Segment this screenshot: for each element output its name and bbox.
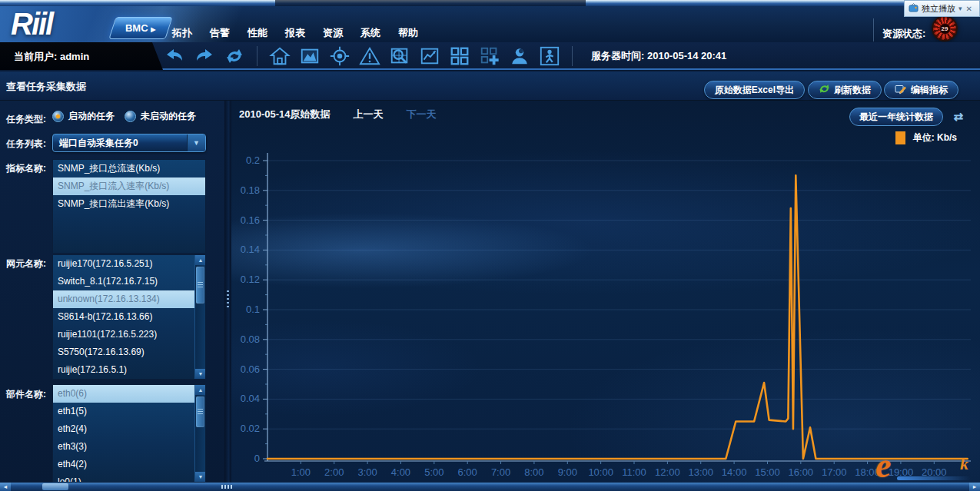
forward-icon[interactable] bbox=[193, 45, 216, 68]
svg-text:13:00: 13:00 bbox=[688, 466, 713, 478]
riil-bmc-window: 独立播放 ▾ ✕ Riil BMC ▶ 拓扑告警性能报表资源系统帮助 资源状态:… bbox=[0, 0, 980, 491]
radio-icon[interactable] bbox=[52, 111, 64, 122]
ne-scrollbar[interactable]: ▲ ▼ bbox=[194, 255, 205, 379]
task-type-radio-group: 启动的任务 未启动的任务 bbox=[52, 110, 196, 123]
network-element-item[interactable]: S8614-b(172.16.13.66) bbox=[53, 308, 194, 326]
exit-walk-icon[interactable] bbox=[538, 45, 561, 68]
bmc-menu-button[interactable]: BMC ▶ bbox=[108, 17, 172, 39]
target-icon[interactable] bbox=[328, 45, 351, 68]
performance-chart-icon[interactable] bbox=[418, 45, 441, 68]
task-type-option[interactable]: 未启动的任务 bbox=[125, 110, 196, 123]
component-list-item[interactable]: lo0(1) bbox=[53, 473, 194, 483]
component-list-item[interactable]: eth2(4) bbox=[53, 420, 194, 438]
svg-text:7:00: 7:00 bbox=[491, 466, 510, 478]
next-day-link[interactable]: 下一天 bbox=[407, 108, 437, 121]
current-user-label: 当前用户: admin bbox=[14, 50, 89, 64]
svg-text:0.08: 0.08 bbox=[241, 333, 260, 345]
metric-list-item[interactable]: SNMP_接口流出速率(Kb/s) bbox=[53, 195, 205, 213]
network-element-item[interactable]: unknown(172.16.13.134) bbox=[53, 290, 194, 308]
chart-title: 2010-05-14原始数据 bbox=[239, 108, 331, 121]
nav-menu-item[interactable]: 帮助 bbox=[398, 26, 418, 40]
scrollbar-thumb[interactable] bbox=[196, 267, 204, 304]
search-topology-icon[interactable] bbox=[388, 45, 411, 68]
scrollbar-thumb[interactable] bbox=[196, 396, 204, 427]
header-divider bbox=[873, 18, 874, 41]
alarm-warning-icon[interactable] bbox=[358, 45, 381, 68]
toolbar-band: 当前用户: admin bbox=[0, 42, 980, 70]
dropdown-arrow-icon[interactable]: ▼ bbox=[187, 134, 205, 151]
network-element-label: 网元名称: bbox=[6, 257, 46, 270]
horizontal-scrollbar[interactable]: ◄ ► bbox=[0, 483, 980, 491]
chevron-down-icon[interactable]: ▾ bbox=[958, 5, 962, 12]
edit-pencil-icon bbox=[895, 84, 907, 97]
image-icon[interactable] bbox=[298, 45, 321, 68]
splitter-grip-icon bbox=[227, 290, 229, 307]
user-icon[interactable] bbox=[508, 45, 531, 68]
nav-menu-item[interactable]: 报表 bbox=[285, 26, 305, 40]
window-top-strip bbox=[0, 0, 980, 6]
prev-day-link[interactable]: 上一天 bbox=[354, 108, 384, 121]
scroll-left-icon[interactable]: ◄ bbox=[0, 483, 11, 491]
standalone-play-control[interactable]: 独立播放 ▾ ✕ bbox=[904, 0, 980, 17]
radio-icon[interactable] bbox=[125, 111, 136, 122]
scroll-up-icon[interactable]: ▲ bbox=[195, 385, 206, 395]
toolbar-divider bbox=[572, 46, 573, 66]
resource-status-value: 29 bbox=[939, 23, 951, 35]
back-icon[interactable] bbox=[163, 45, 186, 68]
scroll-up-icon[interactable]: ▲ bbox=[195, 255, 206, 265]
panel-splitter[interactable] bbox=[224, 101, 231, 483]
component-list-item[interactable]: eth4(2) bbox=[53, 456, 194, 473]
component-list-item[interactable]: eth0(6) bbox=[53, 385, 194, 403]
scroll-right-icon[interactable]: ► bbox=[969, 483, 980, 491]
task-list-dropdown[interactable]: 端口自动采集任务0 ▼ bbox=[52, 134, 206, 152]
scroll-down-icon[interactable]: ▼ bbox=[195, 369, 206, 379]
refresh-icon[interactable] bbox=[223, 45, 246, 68]
network-element-item[interactable]: ruijie1101(172.16.5.223) bbox=[53, 326, 194, 343]
home-icon[interactable] bbox=[268, 45, 291, 68]
bmc-arrow-icon: ▶ bbox=[151, 26, 155, 33]
nav-menu-item[interactable]: 性能 bbox=[247, 26, 267, 40]
nav-menu-item[interactable]: 告警 bbox=[210, 26, 230, 40]
year-stats-button[interactable]: 最近一年统计数据 bbox=[849, 108, 943, 126]
task-type-option[interactable]: 启动的任务 bbox=[52, 110, 115, 123]
network-element-item[interactable]: S5750(172.16.13.69) bbox=[53, 343, 194, 361]
svg-text:8:00: 8:00 bbox=[524, 466, 543, 478]
svg-text:2:00: 2:00 bbox=[324, 466, 344, 478]
chart-header: 2010-05-14原始数据 上一天 下一天 bbox=[239, 108, 437, 121]
metric-list-item[interactable]: SNMP_接口流入速率(Kb/s) bbox=[53, 177, 205, 195]
svg-text:0.06: 0.06 bbox=[241, 363, 260, 375]
component-name-label: 部件名称: bbox=[6, 388, 46, 401]
refresh-data-button[interactable]: 刷新数据 bbox=[808, 81, 882, 99]
server-time-label: 服务器时间: 2010-05-14 20:41 bbox=[591, 49, 726, 63]
filter-sidebar: 任务类型: 启动的任务 未启动的任务 任务列表: 端口自动采集任务0 ▼ 指标名… bbox=[0, 101, 224, 483]
app-header: Riil BMC ▶ 拓扑告警性能报表资源系统帮助 资源状态: 29 bbox=[0, 6, 980, 42]
hscrollbar-thumb[interactable] bbox=[42, 483, 68, 490]
dashboard-grid-icon[interactable] bbox=[448, 45, 471, 68]
component-list-item[interactable]: eth1(5) bbox=[53, 403, 194, 420]
radio-label: 未启动的任务 bbox=[141, 110, 196, 123]
metric-list-item[interactable]: SNMP_接口总流速(Kb/s) bbox=[53, 160, 205, 177]
network-element-item[interactable]: Switch_8.1(172.16.7.15) bbox=[53, 273, 194, 290]
add-widget-icon[interactable] bbox=[478, 45, 501, 68]
component-list-item[interactable]: eth3(3) bbox=[53, 438, 194, 456]
refresh-green-icon bbox=[819, 83, 830, 97]
refresh-data-label: 刷新数据 bbox=[834, 84, 871, 97]
page-title: 查看任务采集数据 bbox=[6, 80, 86, 94]
bmc-label: BMC bbox=[125, 22, 148, 34]
svg-text:0.1: 0.1 bbox=[246, 304, 260, 315]
component-scrollbar[interactable]: ▲ ▼ bbox=[194, 385, 205, 482]
swap-view-icon[interactable]: ⇄ bbox=[953, 110, 963, 124]
resource-status-badge[interactable]: 29 bbox=[932, 15, 958, 41]
excel-export-button[interactable]: 原始数据Excel导出 bbox=[704, 81, 805, 99]
network-element-item[interactable]: ruijie(172.16.5.1) bbox=[53, 361, 194, 379]
nav-menu-item[interactable]: 系统 bbox=[360, 26, 380, 40]
network-element-item[interactable]: ruijie170(172.16.5.251) bbox=[53, 255, 194, 273]
close-icon[interactable]: ✕ bbox=[966, 5, 972, 13]
legend-unit-label: 单位: Kb/s bbox=[913, 131, 957, 144]
nav-menu-item[interactable]: 资源 bbox=[323, 26, 343, 40]
window-title-remnant bbox=[275, 0, 586, 6]
edit-metric-button[interactable]: 编辑指标 bbox=[884, 81, 958, 99]
nav-menu-item[interactable]: 拓扑 bbox=[172, 26, 192, 40]
scroll-down-icon[interactable]: ▼ bbox=[195, 472, 206, 482]
svg-text:5:00: 5:00 bbox=[424, 466, 443, 478]
